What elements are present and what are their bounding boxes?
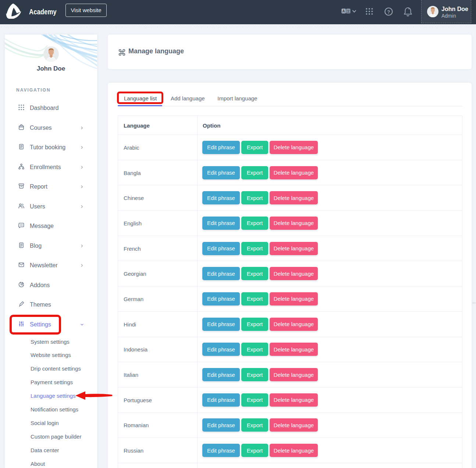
svg-text:A: A [342,9,345,13]
svg-text:?: ? [387,9,390,15]
svg-text:文: 文 [347,10,350,13]
